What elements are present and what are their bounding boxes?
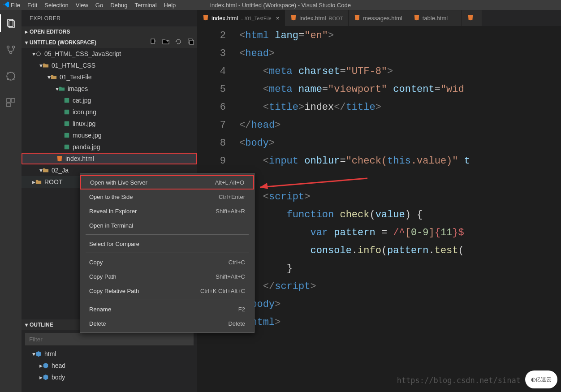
menu-copy[interactable]: CopyCtrl+C: [80, 255, 254, 269]
chevron-down-icon: ▾: [25, 39, 28, 46]
tree-folder[interactable]: ▾ images: [22, 83, 197, 95]
menu-item-shortcut: Alt+L Alt+O: [215, 179, 244, 186]
svg-rect-13: [65, 98, 69, 103]
watermark-logo: ◐ 亿速云: [525, 370, 557, 388]
menu-item-label: Open with Live Server: [90, 179, 147, 186]
svg-line-18: [260, 178, 367, 187]
tab-description: ...\01_TestFile: [241, 16, 271, 21]
tab-index-html[interactable]: index.html ...\01_TestFile ×: [197, 10, 285, 26]
image-file-icon: [64, 97, 70, 103]
tab-overflow[interactable]: [462, 10, 482, 26]
menu-terminal[interactable]: Terminal: [131, 2, 160, 9]
html-file-icon: [56, 155, 63, 162]
watermark-url: https://blog.csdn.net/sinat: [397, 376, 521, 385]
svg-rect-6: [7, 99, 10, 102]
menu-item-shortcut: Ctrl+Enter: [219, 194, 245, 200]
tree-file[interactable]: cat.jpg: [22, 95, 197, 106]
refresh-icon[interactable]: [175, 38, 182, 47]
menu-edit[interactable]: Edit: [24, 2, 41, 9]
tab-description: ROOT: [329, 16, 343, 21]
svg-rect-14: [65, 110, 69, 115]
folder-icon: [51, 74, 57, 80]
code-content: <html lang="en"> <head> <meta charset="U…: [239, 27, 470, 392]
tree-folder[interactable]: ▾ 01_HTML_CSS: [22, 60, 197, 71]
menu-rename[interactable]: RenameF2: [80, 302, 254, 316]
menu-delete[interactable]: DeleteDelete: [80, 316, 254, 331]
menu-copy-relative-path[interactable]: Copy Relative PathCtrl+K Ctrl+Alt+C: [80, 284, 254, 298]
tree-label: mouse.jpg: [73, 132, 102, 139]
section-workspace[interactable]: ▾ UNTITLED (WORKSPACE): [22, 37, 197, 48]
explorer-icon[interactable]: [5, 18, 16, 30]
svg-rect-17: [65, 145, 69, 150]
new-folder-icon[interactable]: [162, 38, 169, 47]
tree-label: html: [44, 350, 56, 358]
symbol-icon: [43, 374, 49, 380]
menu-copy-path[interactable]: Copy PathShift+Alt+C: [80, 269, 254, 284]
debug-icon[interactable]: [5, 71, 16, 83]
menu-selection[interactable]: Selection: [41, 2, 72, 9]
svg-rect-15: [65, 121, 69, 126]
tree-label: 01_HTML_CSS: [52, 62, 95, 69]
menu-reveal-explorer[interactable]: Reveal in ExplorerShift+Alt+R: [80, 204, 254, 218]
tree-label: body: [52, 374, 65, 381]
tree-label: cat.jpg: [73, 97, 91, 104]
menu-item-label: Rename: [89, 306, 111, 313]
menu-item-label: Delete: [89, 320, 106, 327]
tree-label: ROOT: [44, 178, 62, 185]
menu-item-label: Copy: [89, 259, 103, 266]
menu-item-shortcut: F2: [238, 306, 245, 313]
window-title: index.html - Untitled (Workspace) - Visu…: [210, 2, 351, 9]
svg-marker-19: [260, 183, 268, 189]
new-file-icon[interactable]: [150, 38, 157, 47]
context-menu: Open with Live Server Alt+L Alt+O Open t…: [80, 173, 255, 333]
source-control-icon[interactable]: [5, 44, 16, 56]
tree-label: head: [52, 362, 65, 369]
extensions-icon[interactable]: [5, 97, 16, 109]
tree-label: 02_Ja: [52, 167, 69, 174]
menu-item-label: Open to the Side: [89, 194, 133, 200]
close-icon[interactable]: ×: [272, 15, 280, 22]
menu-item-label: Open in Terminal: [89, 222, 133, 229]
tab-label: index.html: [299, 15, 326, 22]
menu-select-compare[interactable]: Select for Compare: [80, 237, 254, 251]
image-file-icon: [64, 144, 70, 150]
html-file-icon: [467, 14, 474, 22]
menu-help[interactable]: Help: [160, 2, 180, 9]
folder-outline-icon: [35, 51, 42, 57]
watermark-logo-text: 亿速云: [535, 376, 552, 383]
section-open-editors[interactable]: ▸ OPEN EDITORS: [22, 26, 197, 37]
outline-item[interactable]: ▾ html: [22, 348, 197, 360]
tree-file[interactable]: linux.jpg: [22, 118, 197, 129]
menu-go[interactable]: Go: [92, 2, 107, 9]
tree-file[interactable]: panda.jpg: [22, 141, 197, 153]
menu-view[interactable]: View: [72, 2, 92, 9]
menu-open-live-server[interactable]: Open with Live Server Alt+L Alt+O: [80, 175, 254, 190]
outline-item[interactable]: ▸ body: [22, 371, 197, 383]
outline-filter-input[interactable]: [25, 333, 194, 345]
folder-icon: [43, 62, 49, 69]
menu-item-shortcut: Ctrl+K Ctrl+Alt+C: [200, 288, 245, 294]
menu-open-terminal[interactable]: Open in Terminal: [80, 218, 254, 233]
collapse-all-icon[interactable]: [187, 38, 194, 47]
image-file-icon: [64, 132, 70, 138]
tab-table-html[interactable]: table.html: [408, 10, 462, 26]
folder-green-icon: [59, 86, 65, 92]
tree-file-selected[interactable]: index.html: [22, 153, 197, 164]
tree-file[interactable]: icon.png: [22, 106, 197, 118]
image-file-icon: [64, 109, 70, 115]
tree-folder[interactable]: ▾ 05_HTML_CSS_JavaScript: [22, 48, 197, 60]
menu-separator: [86, 253, 249, 253]
workspace-label: UNTITLED (WORKSPACE): [30, 39, 96, 46]
menu-item-shortcut: Delete: [228, 320, 245, 327]
symbol-icon: [43, 362, 49, 369]
tree-file[interactable]: mouse.jpg: [22, 129, 197, 141]
chevron-down-icon: ▾: [25, 322, 28, 328]
tab-index-html-root[interactable]: index.html ROOT: [285, 10, 349, 26]
menu-debug[interactable]: Debug: [107, 2, 131, 9]
menu-open-to-side[interactable]: Open to the SideCtrl+Enter: [80, 190, 254, 204]
tab-label: messages.html: [363, 15, 402, 22]
tab-messages-html[interactable]: messages.html: [349, 10, 408, 26]
outline-item[interactable]: ▸ head: [22, 360, 197, 371]
menu-item-label: Reveal in Explorer: [89, 208, 137, 215]
tree-folder[interactable]: ▾ 01_TestFile: [22, 71, 197, 83]
